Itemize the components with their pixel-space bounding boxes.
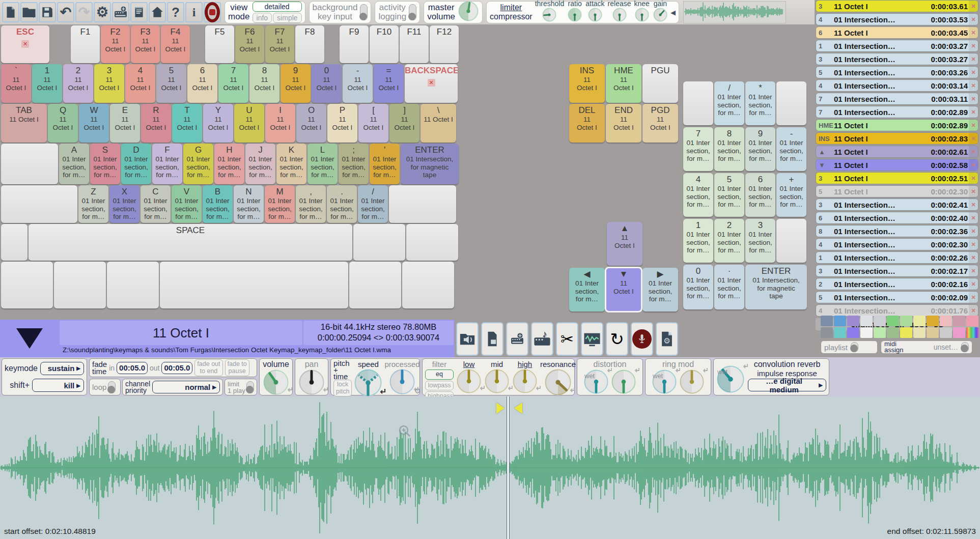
color-swatch[interactable] — [953, 316, 965, 326]
key-PGU[interactable]: PGU — [642, 64, 678, 103]
key-8[interactable]: 801 Intersection,for m… — [714, 127, 744, 171]
key-;[interactable]: ;01 Intersection,for m… — [339, 144, 369, 184]
channel-close-button[interactable]: ✕ — [969, 120, 978, 131]
key-.[interactable]: .01 Intersection,for m… — [327, 185, 357, 223]
color-swatch[interactable] — [900, 327, 912, 338]
color-swatch[interactable] — [887, 316, 899, 326]
key-'[interactable]: '01 Intersection,for m… — [370, 144, 400, 184]
loop-toggle[interactable] — [108, 381, 116, 393]
key--[interactable]: -01 Intersection,for m… — [776, 127, 806, 171]
key-blank[interactable] — [683, 81, 713, 125]
channel-close-button[interactable]: ✕ — [969, 186, 978, 197]
key-C[interactable]: C01 Intersection,for m… — [141, 185, 171, 223]
key-0[interactable]: 011Octet I — [312, 64, 342, 103]
channel-close-button[interactable]: ✕ — [969, 27, 978, 38]
clear-key-icon[interactable]: ✕ — [21, 40, 29, 48]
key-blank[interactable] — [776, 219, 806, 263]
fade-to-pause-button[interactable]: fade topause — [225, 359, 249, 376]
key-BACKSPACE[interactable]: BACKSPACE✕ — [405, 64, 458, 103]
channel-row[interactable]: 1 01 Intersection… 0:00:02.26 ✕ — [816, 251, 978, 264]
channel-row[interactable]: 1 01 Intersection… 0:00:03.27 ✕ — [816, 40, 978, 52]
key-\[interactable]: \11 Octet I — [421, 104, 456, 143]
key-END[interactable]: END11Octet I — [606, 104, 641, 143]
color-swatch[interactable] — [860, 316, 873, 326]
key-0[interactable]: 001 Intersection,for m… — [683, 265, 713, 309]
key-blank[interactable] — [349, 262, 401, 308]
wave-monitor-button[interactable] — [581, 322, 603, 356]
selection-end-marker[interactable] — [514, 403, 522, 414]
background-key-input-toggle[interactable] — [360, 4, 368, 20]
file-gear-button[interactable]: ⚙ — [656, 322, 678, 356]
master-volume-knob[interactable] — [458, 1, 479, 24]
key-S[interactable]: S01 Intersection,for m… — [90, 144, 120, 184]
key-blank[interactable] — [406, 224, 458, 261]
channel-close-button[interactable]: ✕ — [969, 80, 978, 91]
key-F11[interactable]: F11 — [400, 25, 429, 63]
channel-close-button[interactable]: ✕ — [969, 106, 978, 118]
ring-mod-wet-knob[interactable]: wet — [652, 369, 677, 396]
folder-audio-button[interactable] — [456, 322, 479, 356]
color-swatch[interactable] — [927, 327, 939, 338]
release-knob[interactable]: release — [608, 1, 631, 24]
key-TAB[interactable]: TAB11 Octet I — [1, 104, 47, 143]
key-F4[interactable]: F411Octet I — [161, 25, 190, 63]
scissors-button[interactable]: ✂ — [556, 322, 578, 356]
key-◀[interactable]: ◀01 Intersection,for m… — [569, 268, 605, 311]
key-5[interactable]: 501 Intersection,for m… — [714, 173, 744, 217]
key-2[interactable]: 201 Intersection,for m… — [714, 219, 744, 263]
key-F10[interactable]: F10 — [370, 25, 399, 63]
key-blank[interactable] — [1, 144, 58, 184]
key-J[interactable]: J01 Intersection,for m… — [245, 144, 275, 184]
key-H[interactable]: H01 Intersection,for m… — [214, 144, 244, 184]
fade-out-to-end-button[interactable]: fade outto end — [194, 359, 222, 376]
channel-close-button[interactable]: ✕ — [969, 67, 978, 78]
channel-row[interactable]: 3 01 Intersection… 0:00:03.27 ✕ — [816, 53, 978, 65]
key-6[interactable]: 611Octet I — [187, 64, 217, 103]
channel-row[interactable]: 8 01 Intersection… 0:00:02.36 ✕ — [816, 225, 978, 237]
midi-toggle[interactable] — [961, 342, 969, 352]
color-swatch[interactable] — [874, 327, 886, 338]
key-][interactable]: ]11Octet I — [389, 104, 419, 143]
fade-in-input[interactable]: 00:05.0 — [117, 362, 148, 374]
ring-mod-amount-knob[interactable] — [679, 369, 705, 396]
key-blank[interactable] — [389, 185, 456, 223]
key-9[interactable]: 901 Intersection,for m… — [745, 127, 775, 171]
collapse-limiter-arrow[interactable]: ◀ — [670, 9, 676, 16]
key-·[interactable]: ·01 Intersection,for m… — [714, 265, 744, 309]
key-Q[interactable]: Q11Octet I — [48, 104, 78, 143]
color-swatch[interactable] — [927, 316, 939, 326]
key-INS[interactable]: INS11Octet I — [569, 64, 605, 103]
channel-row[interactable]: 3 01 Intersection… 0:00:02.41 ✕ — [816, 198, 978, 211]
eq-button[interactable]: eq — [425, 370, 454, 380]
color-swatch[interactable] — [953, 327, 965, 338]
low-eq-knob[interactable] — [456, 387, 482, 395]
limit-plays-toggle[interactable] — [246, 381, 254, 393]
attack-knob[interactable]: attack — [585, 1, 604, 24]
key-F6[interactable]: F611Octet I — [235, 25, 264, 63]
high-eq-knob[interactable] — [512, 387, 538, 395]
color-swatch[interactable] — [860, 327, 873, 338]
key-blank[interactable] — [353, 224, 405, 261]
key-7[interactable]: 701 Intersection,for m… — [683, 127, 713, 171]
key-blank[interactable] — [107, 262, 159, 308]
gain-knob[interactable]: gain — [653, 1, 668, 24]
key-blank[interactable] — [1, 224, 27, 261]
undo-button[interactable]: ↶ — [57, 2, 74, 22]
key-blank[interactable] — [1, 185, 77, 223]
channel-row[interactable]: 5 11 Octet I 0:00:02.30 ✕ — [816, 185, 978, 197]
channel-priority-select[interactable]: normal▶ — [152, 381, 220, 393]
clear-key-icon[interactable]: ✕ — [428, 79, 435, 87]
key-F3[interactable]: F311Octet I — [131, 25, 160, 63]
key-3[interactable]: 311Octet I — [94, 64, 124, 103]
key-F9[interactable]: F9 — [340, 25, 369, 63]
key-K[interactable]: K01 Intersection,for m… — [276, 144, 306, 184]
color-swatch[interactable] — [913, 327, 926, 338]
color-swatch[interactable] — [887, 327, 899, 338]
ratio-knob[interactable]: ratio — [567, 1, 582, 24]
key-blank[interactable] — [160, 262, 348, 308]
channel-row[interactable]: INS 11 Octet I 0:00:02.83 ✕ — [816, 132, 978, 145]
channel-row[interactable]: 7 01 Intersection… 0:00:02.89 ✕ — [816, 106, 978, 118]
key-E[interactable]: E11Octet I — [110, 104, 140, 143]
lowpass-button[interactable]: lowpass — [425, 381, 454, 391]
channel-row[interactable]: 3 11 Octet I 0:00:03.61 ✕ — [816, 0, 978, 12]
